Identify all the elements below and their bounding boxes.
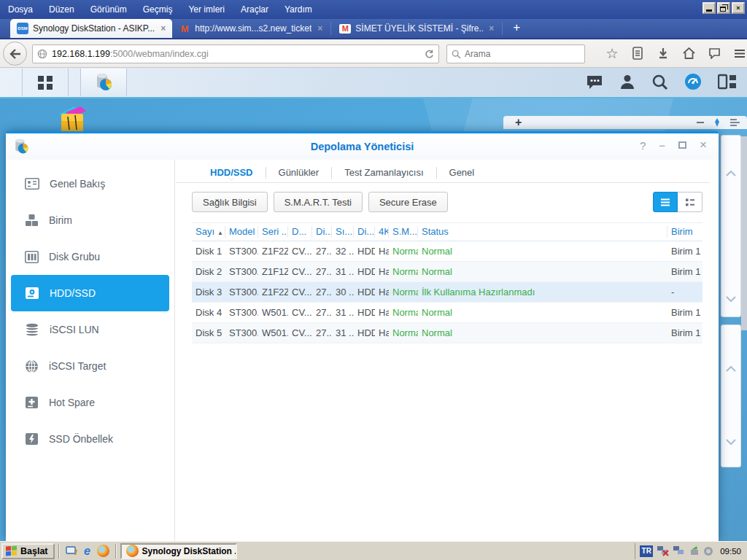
firefox-quicklaunch-icon[interactable]	[96, 544, 112, 559]
tab-close-icon[interactable]: ×	[159, 23, 166, 34]
sidebar-item-disk-grubu[interactable]: Disk Grubu	[6, 238, 174, 275]
tab-genel[interactable]: Genel	[437, 167, 487, 178]
start-button[interactable]: Başlat	[1, 543, 55, 559]
search-bar[interactable]	[446, 44, 585, 63]
menu-gecmis[interactable]: Geçmiş	[135, 0, 181, 19]
bookmarks-list-icon[interactable]	[630, 42, 646, 64]
sidebar-item-iscsi-target[interactable]: iSCSI Target	[6, 348, 174, 384]
minimize-button[interactable]	[703, 2, 716, 14]
help-icon[interactable]: ?	[640, 139, 646, 152]
chevron-up-icon[interactable]	[725, 170, 737, 177]
menu-yerimleri[interactable]: Yer imleri	[180, 0, 233, 19]
chevron-down-icon[interactable]	[725, 295, 737, 303]
tab-close-icon[interactable]: ×	[316, 23, 322, 34]
back-button[interactable]	[3, 42, 27, 66]
col-status[interactable]: Status	[418, 226, 667, 238]
volume-icon[interactable]	[703, 546, 713, 556]
task-button-synology[interactable]: Synology DiskStation ...	[120, 543, 237, 559]
new-tab-button[interactable]: +	[504, 20, 529, 38]
reload-icon[interactable]	[425, 50, 434, 59]
browser-tab-ticket[interactable]: M http://www.sim...s2.new_ticket ×	[172, 19, 329, 38]
search-input[interactable]	[465, 49, 560, 59]
network-icon[interactable]	[673, 545, 685, 556]
widget-scrollbar[interactable]	[741, 136, 747, 330]
col-d[interactable]: D...	[288, 226, 312, 238]
menu-gorunum[interactable]: Görünüm	[82, 0, 135, 19]
col-di2[interactable]: Di...	[354, 226, 375, 238]
sidebar-item-genel-bakis[interactable]: Genel Bakış	[6, 166, 174, 202]
show-desktop-icon[interactable]	[63, 544, 80, 559]
sidebar-item-hot-spare[interactable]: Hot Spare	[6, 384, 174, 421]
chevron-up-icon[interactable]	[725, 365, 737, 373]
close-icon[interactable]: ×	[700, 138, 707, 152]
table-row-disk1[interactable]: Disk 1 ST300... Z1F2Z... CV... 27... 32 …	[192, 241, 703, 262]
table-header[interactable]: Sayı▲ Model Seri ... D... Di... Sı... Di…	[192, 222, 703, 241]
tab-test-zamanlayicisi[interactable]: Test Zamanlayıcısı	[332, 167, 436, 178]
widget-list-icon[interactable]	[730, 119, 740, 127]
secure-erase-button[interactable]: Secure Erase	[368, 192, 448, 212]
window-titlebar[interactable]: Depolama Yöneticisi ? − ×	[6, 133, 719, 160]
sidebar-item-iscsi-lun[interactable]: iSCSI LUN	[6, 311, 174, 348]
dsm-favicon-icon: DSM	[17, 23, 28, 34]
col-seri[interactable]: Seri ...	[258, 226, 288, 238]
tab-hdd-ssd[interactable]: HDD/SSD	[198, 167, 266, 178]
bookmark-star-icon[interactable]: ☆	[604, 42, 620, 64]
safely-remove-icon[interactable]	[689, 545, 700, 556]
minimize-icon[interactable]: −	[659, 139, 665, 152]
table-row-disk3[interactable]: Disk 3 ST300... Z1F2Z... CV... 27... 30 …	[192, 282, 703, 303]
pilot-view-icon[interactable]	[684, 73, 702, 93]
home-icon[interactable]	[681, 42, 697, 64]
widgets-icon[interactable]	[718, 74, 737, 93]
hello-chat-icon[interactable]	[706, 42, 722, 64]
table-row-disk4[interactable]: Disk 4 ST300... W501... CV... 27... 31 .…	[192, 303, 703, 323]
dsm-window-controls: ? − ×	[640, 139, 707, 152]
url-text: 192.168.1.199:5000/webman/index.cgi	[52, 49, 420, 59]
sidebar-item-hdd-ssd[interactable]: HDD/SSD	[11, 275, 169, 311]
downloads-icon[interactable]	[655, 42, 671, 64]
main-menu-button[interactable]	[22, 69, 69, 96]
hamburger-menu-icon[interactable]	[732, 42, 747, 64]
col-sayi[interactable]: Sayı▲	[192, 226, 225, 238]
close-button[interactable]: ×	[732, 2, 745, 14]
tab-close-icon[interactable]: ×	[487, 23, 494, 34]
table-row-disk2[interactable]: Disk 2 ST300... Z1F1Z... CV... 27... 31 …	[192, 262, 703, 282]
widget-minimize-icon[interactable]	[697, 122, 704, 123]
chat-icon[interactable]	[586, 74, 603, 93]
cell: 27...	[312, 327, 332, 338]
chevron-down-icon[interactable]	[725, 438, 737, 446]
col-di1[interactable]: Di...	[312, 226, 332, 238]
tab-gunlukler[interactable]: Günlükler	[266, 167, 332, 178]
menu-araclar[interactable]: Araçlar	[233, 0, 276, 19]
clock[interactable]: 09:50	[717, 547, 741, 556]
search-desktop-icon[interactable]	[651, 74, 668, 93]
sidebar-item-ssd-onbellek[interactable]: SSD Önbellek	[6, 421, 174, 457]
widget-add-icon[interactable]: +	[515, 116, 522, 129]
menu-yardim[interactable]: Yardım	[276, 0, 320, 19]
browser-tab-simet[interactable]: M SİMET ÜYELİK SİSTEMİ - Şifre... ×	[333, 19, 500, 38]
col-model[interactable]: Model	[225, 226, 258, 238]
widget-panel-header: +	[503, 116, 747, 129]
col-smart[interactable]: S.M...	[389, 226, 418, 238]
restore-button[interactable]	[717, 2, 730, 14]
maximize-icon[interactable]	[678, 141, 686, 149]
storage-manager-app-button[interactable]	[80, 69, 127, 96]
smart-test-button[interactable]: S.M.A.R.T. Testi	[274, 192, 363, 212]
user-icon[interactable]	[619, 74, 635, 93]
col-si[interactable]: Sı...	[332, 226, 354, 238]
browser-tab-dsm[interactable]: DSM Synology DiskStation - ASIKP... ×	[10, 19, 172, 38]
network-disconnected-icon[interactable]	[657, 545, 669, 556]
widget-pin-icon[interactable]	[713, 118, 721, 127]
menu-dosya[interactable]: Dosya	[0, 0, 41, 19]
sidebar-label: iSCSI LUN	[50, 324, 99, 335]
url-bar[interactable]: 192.168.1.199:5000/webman/index.cgi	[32, 44, 439, 63]
col-birim[interactable]: Birim	[667, 226, 703, 238]
col-4k[interactable]: 4K	[375, 226, 389, 238]
language-indicator[interactable]: TR	[640, 545, 653, 557]
list-view-button[interactable]	[653, 192, 678, 212]
menu-duzen[interactable]: Düzen	[41, 0, 82, 19]
sidebar-item-birim[interactable]: Birim	[6, 202, 174, 238]
health-info-button[interactable]: Sağlık Bilgisi	[192, 192, 268, 212]
table-row-disk5[interactable]: Disk 5 ST300... W501... CV... 27... 31 .…	[192, 323, 703, 343]
internet-explorer-icon[interactable]: e	[80, 544, 96, 559]
detail-view-button[interactable]	[678, 192, 703, 212]
